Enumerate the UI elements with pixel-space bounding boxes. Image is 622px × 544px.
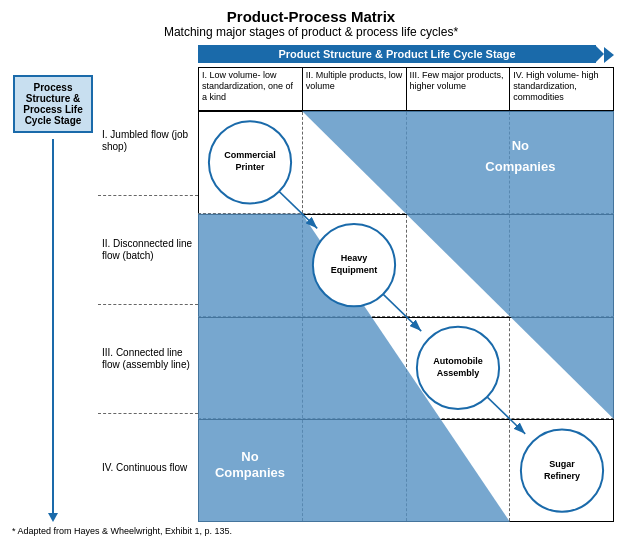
sub-title: Matching major stages of product & proce…: [8, 25, 614, 39]
grid-row-3: [198, 317, 614, 420]
cell-1-4: [510, 112, 614, 213]
cell-2-2: [303, 215, 407, 316]
cell-2-3: [407, 215, 511, 316]
cell-3-4: [510, 318, 614, 419]
cell-4-2: [303, 420, 407, 521]
process-axis-label: Process Structure & Process Life Cycle S…: [13, 75, 93, 133]
matrix-container: Process Structure & Process Life Cycle S…: [8, 45, 614, 522]
grid-area: Product Structure & Product Life Cycle S…: [198, 45, 614, 522]
row-label-1: I. Jumbled flow (job shop): [98, 87, 198, 196]
top-header: Product Structure & Product Life Cycle S…: [198, 45, 614, 111]
row-labels: I. Jumbled flow (job shop) II. Disconnec…: [98, 45, 198, 522]
grid-row-4: [198, 419, 614, 522]
cell-3-3: [407, 318, 511, 419]
cell-2-1: [198, 215, 303, 316]
main-title: Product-Process Matrix: [8, 8, 614, 25]
cell-2-4: [510, 215, 614, 316]
product-axis-arrow: [604, 47, 614, 63]
grid-rows: [198, 111, 614, 522]
row-label-3: III. Connected line flow (assembly line): [98, 305, 198, 414]
left-axis-arrowhead: [48, 513, 58, 522]
cell-3-2: [303, 318, 407, 419]
cell-1-2: [303, 112, 407, 213]
grid-row-1: [198, 111, 614, 214]
row-label-2: II. Disconnected line flow (batch): [98, 196, 198, 305]
col-header-4: IV. High volume- high standardization, c…: [509, 67, 614, 111]
cell-4-3: [407, 420, 511, 521]
product-axis-label: Product Structure & Product Life Cycle S…: [198, 45, 596, 63]
left-axis-line: [52, 139, 54, 513]
left-axis: Process Structure & Process Life Cycle S…: [8, 45, 98, 522]
page-wrapper: Product-Process Matrix Matching major st…: [0, 0, 622, 544]
col-header-2: II. Multiple products, low volume: [302, 67, 406, 111]
cell-4-4: [510, 420, 614, 521]
left-arrow-wrapper: [48, 139, 58, 522]
cell-1-3: [407, 112, 511, 213]
cell-4-1: [198, 420, 303, 521]
grid-wrapper: No Companies No Companies Commercial Pri…: [198, 111, 614, 522]
col-headers: I. Low volume- low standardization, one …: [198, 67, 614, 111]
col-header-1: I. Low volume- low standardization, one …: [198, 67, 302, 111]
title-area: Product-Process Matrix Matching major st…: [8, 8, 614, 39]
cell-3-1: [198, 318, 303, 419]
col-header-3: III. Few major products, higher volume: [406, 67, 510, 111]
cell-1-1: [198, 112, 303, 213]
footnote: * Adapted from Hayes & Wheelwright, Exhi…: [8, 526, 614, 536]
row-label-4: IV. Continuous flow: [98, 414, 198, 522]
grid-row-2: [198, 214, 614, 317]
